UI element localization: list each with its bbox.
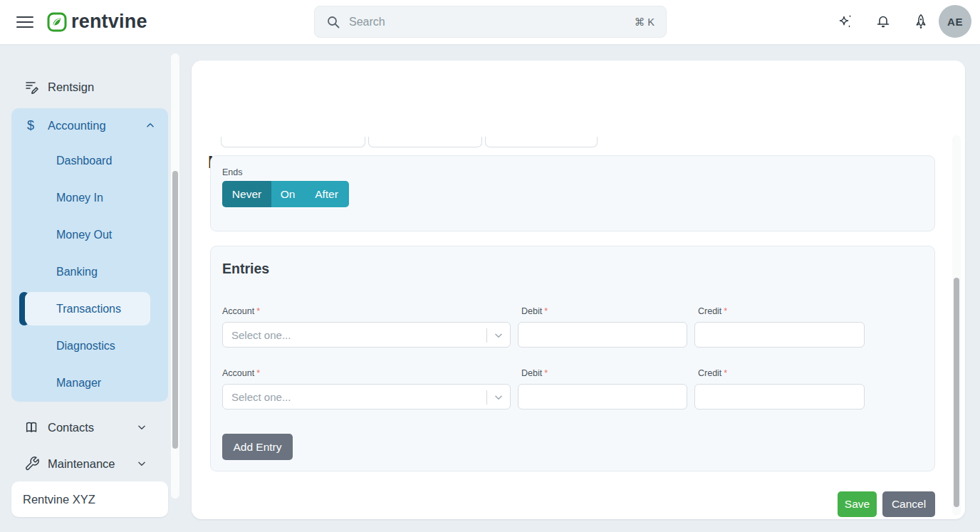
debit-label: Debit* bbox=[521, 306, 548, 316]
sidebar-item-diagnostics[interactable]: Diagnostics bbox=[11, 328, 168, 365]
dollar-icon: $ bbox=[27, 118, 38, 133]
rentvine-logo-icon bbox=[47, 12, 67, 32]
save-button[interactable]: Save bbox=[838, 491, 877, 517]
contacts-book-icon bbox=[24, 419, 40, 435]
ai-sparkles-icon[interactable] bbox=[838, 13, 855, 30]
debit-label: Debit* bbox=[521, 368, 548, 378]
avatar-initials: AE bbox=[947, 16, 963, 28]
account-label: Account* bbox=[222, 306, 260, 316]
select-divider bbox=[486, 328, 487, 343]
chevron-down-icon bbox=[494, 330, 504, 340]
required-asterisk: * bbox=[724, 306, 727, 316]
sidebar-section-maintenance[interactable]: Maintenance bbox=[0, 452, 168, 475]
required-asterisk: * bbox=[544, 368, 548, 378]
sidebar-item-label: Maintenance bbox=[48, 457, 115, 471]
sidebar-item-banking[interactable]: Banking bbox=[11, 254, 168, 291]
credit-label: Credit* bbox=[698, 368, 727, 378]
sidebar-item-label: Rentsign bbox=[48, 80, 94, 94]
search-icon bbox=[326, 15, 340, 29]
sidebar-section-contacts[interactable]: Contacts bbox=[0, 416, 168, 439]
entries-card: Entries Account* Debit* Credit* Select o… bbox=[210, 246, 935, 471]
notifications-bell-icon[interactable] bbox=[875, 13, 892, 30]
sidebar-item-label: Money In bbox=[56, 192, 103, 204]
sidebar-scrollbar-track[interactable] bbox=[171, 53, 179, 499]
sidebar-item-dashboard[interactable]: Dashboard bbox=[11, 142, 168, 179]
sidebar-item-rentsign[interactable]: Rentsign bbox=[0, 75, 168, 98]
select-divider bbox=[486, 390, 487, 405]
credit-input-row-2[interactable] bbox=[694, 384, 865, 410]
rentvine-logo[interactable]: rentvine bbox=[47, 11, 147, 33]
content-scrollbar-track[interactable] bbox=[952, 135, 961, 516]
required-asterisk: * bbox=[544, 306, 548, 316]
sidebar-scrollbar-thumb[interactable] bbox=[172, 171, 178, 449]
account-label: Account* bbox=[222, 368, 260, 378]
entries-title: Entries bbox=[222, 261, 269, 277]
clipped-input-2[interactable] bbox=[368, 137, 482, 147]
main-content-panel: Home / Accounting / Transactions / Recur… bbox=[192, 61, 965, 519]
account-select-row-2[interactable]: Select one... bbox=[222, 384, 511, 410]
sidebar-item-label: Diagnostics bbox=[56, 340, 115, 353]
company-name: Rentvine XYZ bbox=[23, 493, 95, 506]
sidebar-item-label: Dashboard bbox=[56, 155, 112, 167]
rentsign-document-pen-icon bbox=[24, 79, 40, 95]
debit-input-row-1[interactable] bbox=[518, 322, 687, 348]
brand-name: rentvine bbox=[71, 11, 147, 33]
whats-new-rocket-icon[interactable] bbox=[912, 13, 929, 30]
sidebar-accounting-group: $ Accounting Dashboard Money In Money Ou… bbox=[11, 108, 168, 402]
clipped-input-1[interactable] bbox=[221, 137, 365, 147]
select-placeholder: Select one... bbox=[231, 329, 291, 341]
credit-input-row-1[interactable] bbox=[694, 322, 865, 348]
user-avatar[interactable]: AE bbox=[939, 5, 971, 38]
sidebar-item-manager[interactable]: Manager bbox=[11, 365, 168, 402]
sidebar-item-money-out[interactable]: Money Out bbox=[11, 217, 168, 254]
sidebar: Rentsign $ Accounting Dashboard Money In… bbox=[0, 44, 185, 532]
sidebar-item-money-in[interactable]: Money In bbox=[11, 179, 168, 217]
top-bar: rentvine ⌘ K AE bbox=[0, 0, 980, 44]
account-select-row-1[interactable]: Select one... bbox=[222, 322, 511, 348]
search-shortcut-hint: ⌘ K bbox=[635, 16, 655, 28]
chevron-down-icon bbox=[137, 459, 147, 469]
ends-option-on[interactable]: On bbox=[271, 181, 304, 207]
ends-option-never[interactable]: Never bbox=[222, 181, 271, 207]
add-entry-button[interactable]: Add Entry bbox=[222, 434, 293, 460]
sidebar-item-label: Banking bbox=[56, 266, 98, 278]
sidebar-item-label: Money Out bbox=[56, 229, 112, 241]
chevron-down-icon bbox=[494, 392, 504, 402]
sidebar-item-label: Transactions bbox=[56, 303, 121, 315]
debit-input-row-2[interactable] bbox=[518, 384, 687, 410]
company-switcher[interactable]: Rentvine XYZ bbox=[11, 481, 168, 517]
chevron-down-icon bbox=[137, 422, 147, 432]
clipped-input-3[interactable] bbox=[485, 137, 598, 147]
sidebar-item-transactions[interactable]: Transactions bbox=[11, 291, 168, 328]
sidebar-section-accounting[interactable]: $ Accounting bbox=[11, 108, 168, 142]
select-placeholder: Select one... bbox=[231, 391, 291, 403]
content-scrollbar-thumb[interactable] bbox=[954, 278, 959, 507]
credit-label: Credit* bbox=[698, 306, 727, 316]
global-search[interactable]: ⌘ K bbox=[314, 6, 667, 38]
accounting-section-label: Accounting bbox=[48, 119, 106, 132]
ends-option-after[interactable]: After bbox=[304, 181, 349, 207]
schedule-card: Ends Never On After bbox=[210, 155, 935, 231]
hamburger-menu-icon[interactable] bbox=[16, 14, 34, 31]
maintenance-wrench-icon bbox=[24, 456, 40, 471]
search-input[interactable] bbox=[349, 16, 635, 28]
sidebar-item-label: Contacts bbox=[48, 421, 94, 434]
cancel-button[interactable]: Cancel bbox=[882, 491, 935, 517]
sidebar-item-label: Manager bbox=[56, 377, 101, 390]
ends-segmented-control: Never On After bbox=[222, 181, 349, 207]
chevron-up-icon bbox=[145, 120, 155, 130]
ends-label: Ends bbox=[222, 167, 243, 177]
required-asterisk: * bbox=[256, 306, 260, 316]
required-asterisk: * bbox=[256, 368, 260, 378]
required-asterisk: * bbox=[724, 368, 727, 378]
